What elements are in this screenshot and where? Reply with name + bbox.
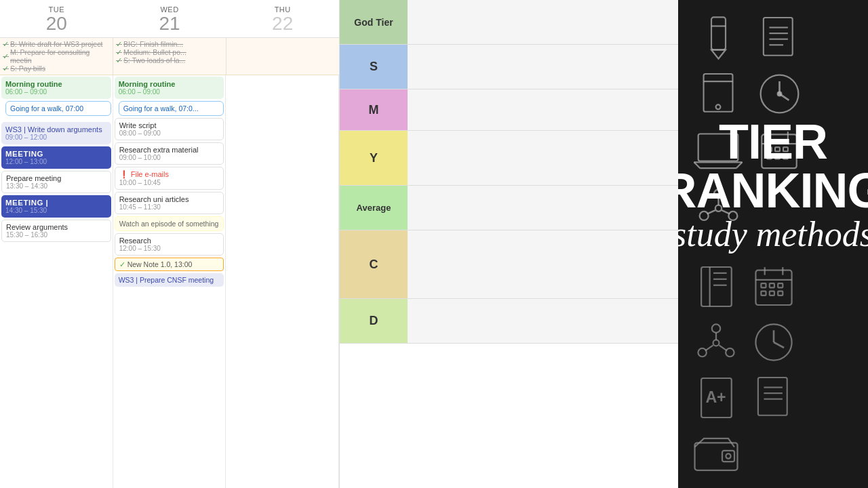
svg-point-70 xyxy=(726,453,730,458)
icons-bottom-section: A+ xyxy=(678,252,868,488)
svg-line-58 xyxy=(719,345,727,350)
wed-event-research-12: Research 12:00 – 15:30 xyxy=(115,233,224,256)
check-icon-1: ✓ xyxy=(3,40,9,48)
tier-label-avg: Average xyxy=(340,186,408,230)
check-icon-4: ✓ xyxy=(116,40,122,48)
wed-event-new-note: ✓ New Note 1.0, 13:00 xyxy=(115,258,224,271)
svg-rect-50 xyxy=(769,291,774,296)
tier-label-m: M xyxy=(340,89,408,130)
wed-tasks: ✓ BIG: Finish filmin... ✓ Medium: Bullet… xyxy=(113,38,226,75)
svg-point-55 xyxy=(713,340,719,346)
tier-content-y xyxy=(408,131,678,185)
svg-rect-0 xyxy=(711,17,726,49)
clock-icon-bottom xyxy=(748,318,799,367)
tier-ranking-sub-text: study methods xyxy=(678,215,868,253)
svg-rect-69 xyxy=(722,451,734,462)
thu-col-header: THU 22 xyxy=(226,5,339,35)
clock-icon-top xyxy=(751,68,807,119)
tue-tasks: ✓ B: Write draft for WS3 project ✓ M: Pr… xyxy=(0,38,113,75)
wed-col-header: WED 21 xyxy=(113,5,226,35)
task-item-1: ✓ B: Write draft for WS3 project xyxy=(3,40,110,48)
check-icon-2: ✓ xyxy=(3,52,9,60)
wed-event-research-extra: Research extra material 09:00 – 10:00 xyxy=(115,142,224,165)
tier-row-d: D xyxy=(340,299,678,344)
wed-event-watch-episode: Watch an episode of something xyxy=(115,216,224,231)
thu-tasks xyxy=(226,38,339,75)
wed-event-write-script: Write script 08:00 – 09:00 xyxy=(115,118,224,140)
tier-content-avg xyxy=(408,186,678,230)
document-icon-bottom xyxy=(748,373,799,422)
svg-rect-47 xyxy=(769,283,774,287)
tier-content-god xyxy=(408,0,678,44)
document-icon xyxy=(751,12,807,63)
tier-row-y: Y xyxy=(340,131,678,186)
tier-label-c: C xyxy=(340,230,408,298)
tue-event-morning-routine: Morning routine 06:00 – 09:00 xyxy=(1,77,111,99)
tier-row-avg: Average xyxy=(340,186,678,230)
tier-row-s: S xyxy=(340,45,678,89)
network-icon-bottom xyxy=(690,318,741,367)
svg-rect-3 xyxy=(764,18,793,56)
svg-line-57 xyxy=(705,345,713,350)
tue-event-meeting-12: MEETING 12:00 – 13:00 xyxy=(1,146,111,169)
task-item-2: ✓ M: Prepare for consulting meetin xyxy=(3,48,110,64)
tier-label-d: D xyxy=(340,299,408,343)
svg-point-53 xyxy=(698,348,706,357)
svg-point-52 xyxy=(711,324,719,332)
tue-event-prepare-meeting: Prepare meeting 13:30 – 14:30 xyxy=(1,171,111,193)
wed-task-3: ✓ S: Two loads of la... xyxy=(116,56,223,64)
tier-row-c: C xyxy=(340,230,678,299)
tue-num: 20 xyxy=(0,14,113,35)
svg-rect-8 xyxy=(704,74,733,112)
wed-event-morning-routine: Morning routine 06:00 – 09:00 xyxy=(115,77,224,99)
svg-rect-48 xyxy=(778,283,783,287)
tier-content-s xyxy=(408,45,678,89)
notebook-icon xyxy=(690,68,746,119)
tue-col-header: TUE 20 xyxy=(0,5,113,35)
wed-task-1: ✓ BIG: Finish filmin... xyxy=(116,40,223,48)
wed-events-col: Morning routine 06:00 – 09:00 Going for … xyxy=(113,75,226,488)
tier-content-m xyxy=(408,89,678,130)
check-icon-3: ✓ xyxy=(3,64,9,73)
svg-point-10 xyxy=(716,104,721,109)
wed-event-file-emails: ❗ File e-mails 10:00 – 10:45 xyxy=(115,167,224,190)
tier-label-y: Y xyxy=(340,131,408,185)
tue-event-review: Review arguments 15:30 – 16:30 xyxy=(1,220,111,242)
wed-num: 21 xyxy=(113,14,226,35)
svg-marker-1 xyxy=(711,49,726,58)
tier-label-god: God Tier xyxy=(340,0,408,44)
wed-task-2: ✓ Medium: Bullet po... xyxy=(116,48,223,56)
tier-row-god: God Tier xyxy=(340,0,678,45)
tue-event-ws3-write: WS3 | Write down arguments 09:00 – 12:00 xyxy=(1,122,111,144)
thu-num: 22 xyxy=(226,14,339,35)
wed-event-walk: Going for a walk, 07:0... xyxy=(119,101,224,116)
tier-content-c xyxy=(408,230,678,298)
tue-events-col: Morning routine 06:00 – 09:00 Going for … xyxy=(0,75,113,488)
wed-event-research-articles: Research uni articles 10:45 – 11:30 xyxy=(115,192,224,214)
thu-events-col xyxy=(226,75,339,488)
svg-rect-64 xyxy=(757,378,787,415)
calendar-grid: Morning routine 06:00 – 09:00 Going for … xyxy=(0,75,339,488)
svg-point-14 xyxy=(777,92,781,96)
tier-content-d xyxy=(408,299,678,343)
tue-event-meeting-14: MEETING | 14:30 – 15:30 xyxy=(1,195,111,218)
wed-event-ws3-cnsf: WS3 | Prepare CNSF meeting xyxy=(115,273,224,287)
svg-rect-49 xyxy=(761,291,766,296)
tue-event-walk: Going for a walk, 07:00 xyxy=(5,101,111,116)
dark-panel: TIER RANKING study methods xyxy=(678,0,868,488)
tier-ranking-title: TIER RANKING study methods xyxy=(678,117,868,253)
tier-panel: God Tier S M Y Average C D xyxy=(339,0,678,488)
calendar-header: TUE 20 WED 21 THU 22 xyxy=(0,0,339,38)
check-icon-6: ✓ xyxy=(116,56,122,64)
svg-line-61 xyxy=(774,342,784,348)
task-item-3: ✓ S: Pay bills xyxy=(3,64,110,73)
tier-row-m: M xyxy=(340,89,678,131)
svg-rect-51 xyxy=(778,291,783,296)
book-icon-bottom xyxy=(690,262,741,311)
svg-point-54 xyxy=(726,348,734,357)
svg-text:A+: A+ xyxy=(705,388,726,406)
marker-icon xyxy=(690,12,746,63)
tier-label-s: S xyxy=(340,45,408,89)
check-icon-5: ✓ xyxy=(116,48,122,56)
grade-icon-bottom: A+ xyxy=(690,373,741,422)
